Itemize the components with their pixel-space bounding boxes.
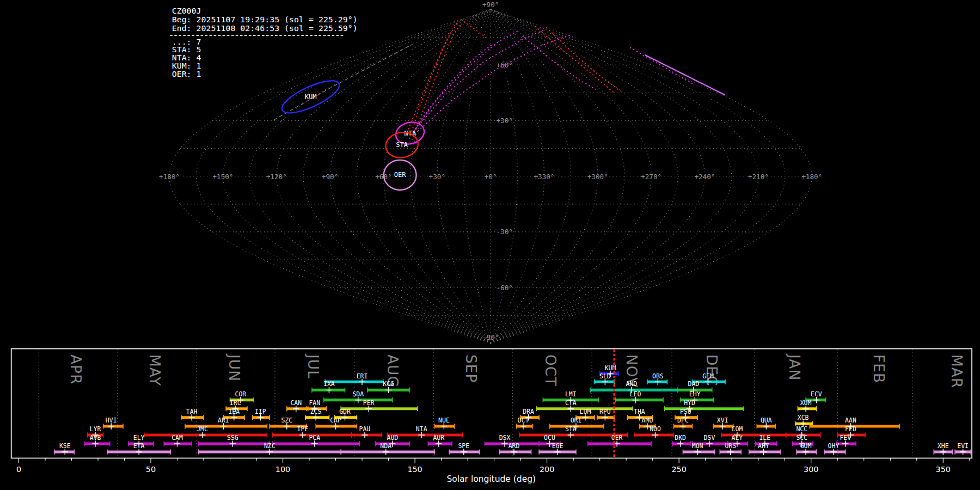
text-label: OER xyxy=(394,171,407,179)
text-label: NZC xyxy=(264,442,275,450)
meteor-radiant-activity-screen: CZ000J Beg: 20251107 19:29:35 (sol = 225… xyxy=(0,0,980,490)
text-label: STA xyxy=(565,425,577,433)
month-label: JUN xyxy=(226,353,243,382)
text-label: LUM xyxy=(580,408,591,415)
text-label: DSV xyxy=(704,434,715,442)
text-label: CAM xyxy=(171,434,183,442)
text-label: MON xyxy=(692,442,703,450)
text-label: DSX xyxy=(499,434,511,442)
text-label: OCU xyxy=(544,434,555,442)
meteor-trail xyxy=(414,29,546,131)
text-label: RPU xyxy=(599,408,611,415)
text-label: +240° xyxy=(695,173,715,181)
meteor-trail xyxy=(409,21,458,139)
text-label: HVI xyxy=(106,416,117,424)
text-label: KSE xyxy=(59,442,71,450)
text-label: NDA xyxy=(380,442,391,450)
text-label: LMI xyxy=(565,390,577,398)
text-label: IEA xyxy=(228,408,240,415)
meteor-trail xyxy=(523,36,596,90)
text-label: +30° xyxy=(496,117,512,125)
text-label: COM xyxy=(732,425,743,433)
text-label: GEM xyxy=(702,372,714,380)
month-label: OCT xyxy=(542,354,559,387)
plot-canvas: CZ000J Beg: 20251107 19:29:35 (sol = 225… xyxy=(0,0,980,490)
text-label: XCB xyxy=(798,414,809,421)
text-label: +270° xyxy=(641,173,661,181)
text-label: AUD xyxy=(387,434,398,442)
text-label: URS xyxy=(725,442,736,450)
meteor-trail xyxy=(535,26,614,93)
text-label: 150 xyxy=(407,465,422,474)
text-label: GUM xyxy=(800,442,812,450)
text-label: AAN xyxy=(845,416,856,424)
text-label: AMO xyxy=(642,416,653,424)
text-label: +120° xyxy=(266,173,287,181)
month-label: MAR xyxy=(948,354,965,389)
text-label: LEO xyxy=(630,390,641,398)
text-label: -90° xyxy=(482,333,499,341)
text-label: SPE xyxy=(458,442,469,450)
text-label: OHY xyxy=(828,442,840,450)
text-label: +30° xyxy=(429,173,445,181)
month-label: MAY xyxy=(146,354,163,386)
text-label: SDA xyxy=(352,390,364,398)
end-time: End: 20251108 02:46:53 (sol = 225.59°) xyxy=(172,23,358,33)
meteor-trail xyxy=(461,20,488,40)
text-label: SSG xyxy=(227,434,238,442)
text-label: ELY xyxy=(133,434,145,442)
timeline-x-axis: 050100150200250300350 xyxy=(16,458,970,473)
text-label: PAU xyxy=(359,425,371,433)
text-label: CAP xyxy=(330,416,341,424)
text-label: LYR xyxy=(90,425,101,433)
header-info: CZ000J Beg: 20251107 19:29:35 (sol = 225… xyxy=(170,6,357,79)
text-label: CTA xyxy=(565,399,577,407)
text-label: NOO xyxy=(650,425,661,433)
text-label: SCC xyxy=(796,434,807,442)
text-label: 350 xyxy=(936,465,951,474)
text-label: XUM xyxy=(800,399,812,407)
text-label: 250 xyxy=(671,465,686,474)
month-label: JAN xyxy=(786,353,803,381)
text-label: TAH xyxy=(186,408,198,415)
text-label: OER xyxy=(611,434,623,442)
text-label: XVI xyxy=(717,416,728,424)
text-label: NUE xyxy=(438,416,450,424)
meteor-trail xyxy=(645,55,725,95)
text-label: EGE xyxy=(552,442,564,450)
text-label: HYD xyxy=(684,399,695,407)
text-label: EVI xyxy=(957,442,969,450)
text-label: IXA xyxy=(323,380,335,388)
text-label: IIP xyxy=(255,408,266,415)
text-label: SZC xyxy=(281,416,292,424)
month-label: APR xyxy=(68,354,84,385)
text-label: SLD xyxy=(599,372,611,380)
text-label: +150° xyxy=(212,173,233,181)
text-label: -60° xyxy=(496,284,512,292)
text-label: QUA xyxy=(761,416,772,424)
text-label: 200 xyxy=(540,465,554,474)
text-label: IPE xyxy=(297,425,309,433)
text-label: DRA xyxy=(523,408,534,415)
text-label: COR xyxy=(235,390,247,398)
text-label: +180° xyxy=(801,173,822,181)
text-label: KUM xyxy=(305,93,317,101)
count-oer: OER: 1 xyxy=(172,69,201,79)
text-label: +180° xyxy=(159,173,180,181)
dashed-reference-line xyxy=(274,45,413,120)
text-label: AND xyxy=(626,380,637,388)
text-label: OCT xyxy=(518,416,529,424)
text-label: ALY xyxy=(732,434,743,442)
text-label: ERI xyxy=(357,372,368,380)
text-label: NIA xyxy=(416,425,427,433)
text-label: -30° xyxy=(496,228,512,236)
text-label: AUR xyxy=(433,434,444,442)
shower-radiant-ellipses: KUMNTASTAOER xyxy=(278,75,427,190)
text-label: 300 xyxy=(804,465,818,474)
text-label: DAD xyxy=(688,380,699,388)
text-label: ECV xyxy=(811,390,822,398)
text-label: DKD xyxy=(675,434,686,442)
text-label: OBS xyxy=(652,372,664,380)
text-label: 50 xyxy=(146,465,156,474)
text-label: FEV xyxy=(840,434,851,442)
